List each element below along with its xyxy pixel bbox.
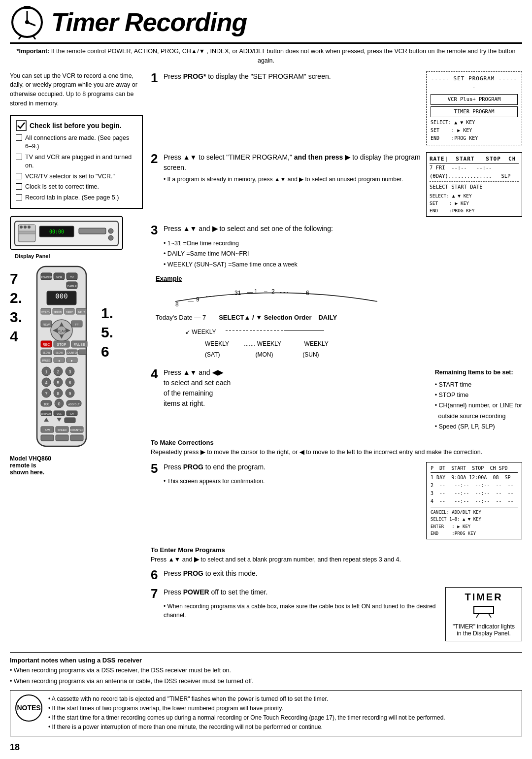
todays-date-label: Today's Date — 7 <box>156 312 206 323</box>
set-program-header: ----- SET PROGRAM ------ <box>431 74 518 93</box>
svg-text:POWER: POWER <box>41 276 52 279</box>
svg-rect-123 <box>474 606 494 614</box>
svg-text:8: 8 <box>57 391 60 396</box>
example-diagram: 8 — 9 ······· 31 — 1 – 2 ······ 6 <box>156 284 522 361</box>
remaining-item-2: • STOP time <box>435 390 522 400</box>
svg-text:TV: TV <box>70 276 74 279</box>
timer-indicator-box: TIMER "TIMER" indicator lightsin the Dis… <box>445 587 522 641</box>
example-label: Example <box>156 275 522 282</box>
step-4-number: 4 <box>151 367 161 380</box>
weekly-line-svg <box>226 326 324 335</box>
step-2-layout: 2 Press ▲▼ to select "TIMER PROGRAM," an… <box>151 152 522 217</box>
svg-text:31: 31 <box>234 290 241 297</box>
svg-text:▶: ▶ <box>71 359 73 362</box>
prog-table-header: P DT START STOP CH SPD <box>431 464 518 473</box>
svg-text:4: 4 <box>45 380 48 385</box>
set-program-screen: ----- SET PROGRAM ------ VCR Plus+ PROGR… <box>426 71 522 145</box>
step-3-options: • 1~31 =One time recording • DAILY =Same… <box>164 238 522 270</box>
display-panel-label: Display Panel <box>15 253 143 259</box>
svg-rect-18 <box>18 231 35 234</box>
svg-text:–: – <box>264 288 267 295</box>
svg-text:6: 6 <box>306 290 309 297</box>
svg-rect-58 <box>78 350 86 355</box>
svg-text:1: 1 <box>254 288 258 295</box>
svg-point-14 <box>108 235 113 240</box>
svg-text:—: — <box>247 289 253 296</box>
step-5-number: 5 <box>151 462 161 475</box>
timer-symbol-svg <box>469 604 499 619</box>
weekly-row: ↙ WEEKLY <box>185 326 522 339</box>
svg-text:REC: REC <box>43 343 50 346</box>
svg-text:2: 2 <box>271 288 275 295</box>
svg-text:VCR: VCR <box>56 276 63 279</box>
svg-text:DISPLAY: DISPLAY <box>41 412 52 415</box>
svg-point-13 <box>108 229 113 233</box>
step-4-layout: 4 Press ▲▼ and ◀▶to select and set eacho… <box>151 367 522 432</box>
svg-text:1: 1 <box>45 369 48 374</box>
step-5-sub: • This screen appears for confirmation. <box>164 477 421 486</box>
svg-text:100: 100 <box>43 402 49 406</box>
svg-text:0: 0 <box>58 401 61 406</box>
note-item-1: • A cassette with no record tab is eject… <box>48 694 445 704</box>
step-2-screen: RATE| START STOP CH 7 FRI --:-- --:-- (Ɵ… <box>426 152 522 217</box>
svg-line-124 <box>476 614 479 618</box>
corrections-title: To Make Corrections <box>151 439 522 446</box>
remaining-title: Remaining Items to be set: <box>435 367 522 378</box>
checkbox-1 <box>16 134 22 141</box>
step-3-number: 3 <box>151 224 161 236</box>
weekly-sat: ↙ WEEKLY <box>185 327 216 338</box>
step-7-layout: 7 Press POWER off to set the timer. • Wh… <box>151 587 522 641</box>
important-prefix: *Important: <box>17 48 50 55</box>
svg-text:PAUSE: PAUSE <box>73 343 85 346</box>
svg-text:ADD/DLT: ADD/DLT <box>68 403 80 406</box>
remaining-item-4: • Speed (SP, LP, SLP) <box>435 422 522 432</box>
timer-display: TIMER "TIMER" indicator lightsin the Dis… <box>445 587 522 641</box>
right-column: 1 Press PROG* to display the "SET PROGRA… <box>151 71 522 648</box>
svg-text:7: 7 <box>45 391 48 396</box>
main-content: You can set up the VCR to record a one t… <box>10 71 522 648</box>
prog-cancel-info: CANCEL: ADD/DLT KEY SELECT 1–8: ▲ ▼ KEY … <box>431 507 518 537</box>
prog-row-2: 2 -- --:-- --:-- -- -- <box>431 482 518 490</box>
set-program-option-1: VCR Plus+ PROGRAM <box>431 94 518 105</box>
step-1-content: 1 Press PROG* to display the "SET PROGRA… <box>151 71 421 86</box>
weekly-sat-label: WEEKLY(SAT) <box>205 339 229 360</box>
svg-line-5 <box>19 36 21 39</box>
remaining-item-1: • START time <box>435 380 522 390</box>
svg-text:SLOW: SLOW <box>43 351 50 354</box>
step-6-header: 6 Press PROG to exit this mode. <box>151 568 522 581</box>
important-text: If the remote control POWER, ACTION, PRO… <box>49 48 515 64</box>
notes-content: • A cassette with no record tab is eject… <box>48 694 445 732</box>
svg-rect-109 <box>70 435 83 441</box>
svg-text:INPUT: INPUT <box>78 311 85 314</box>
checkbox-2 <box>16 154 22 160</box>
svg-rect-4 <box>24 6 31 9</box>
svg-text:PLAY: PLAY <box>57 330 66 333</box>
left-column: You can set up the VCR to record a one t… <box>10 71 143 648</box>
checklist-title: Check list before you begin. <box>16 120 137 131</box>
more-programs-section: To Enter More Programs Press ▲▼ and ▶ to… <box>151 546 522 564</box>
step-3-option-3: • WEEKLY (SUN~SAT) =Same time once a wee… <box>164 260 522 270</box>
remote-illustration: POWER VCR TV CABLE 000 VCR/TV SPEED <box>27 264 96 451</box>
selection-order-row: Today's Date — 7 SELECT▲ / ▼ Selection O… <box>156 312 522 323</box>
timer-caption: "TIMER" indicator lightsin the Display P… <box>453 623 515 637</box>
svg-rect-108 <box>56 435 68 441</box>
checkbox-5 <box>16 194 22 200</box>
svg-text:CH: CH <box>70 412 74 415</box>
svg-text:FF: FF <box>75 323 79 326</box>
arc-svg: 8 — 9 ······· 31 — 1 – 2 ······ 6 <box>170 284 382 306</box>
clock-icon <box>10 5 44 39</box>
prog-confirm-screen: P DT START STOP CH SPD 1 DAY 9:00A 12:00… <box>426 462 522 540</box>
page-title: Timer Recording <box>51 9 247 35</box>
set-program-nav: SELECT: ▲ ▼ KEY SET : ▶ KEY END :PROG KE… <box>431 119 518 142</box>
corrections-section: To Make Corrections Repeatedly press ▶ t… <box>151 439 522 457</box>
svg-text:3: 3 <box>69 369 71 374</box>
step-3-text: Press ▲▼ and ▶ to select and set one of … <box>164 224 522 234</box>
step-2-text: Press ▲▼ to select "TIMER PROGRAM," and … <box>164 152 421 173</box>
step-4: 4 Press ▲▼ and ◀▶to select and set eacho… <box>151 367 522 432</box>
checklist-item: Clock is set to correct time. <box>16 183 137 192</box>
svg-text:COUNTER: COUNTER <box>66 351 78 354</box>
svg-text:SPEED: SPEED <box>54 311 62 314</box>
svg-text:2: 2 <box>57 369 60 374</box>
remaining-box: Remaining Items to be set: • START time … <box>435 367 522 432</box>
checklist-item: VCR/TV selector is set to "VCR." <box>16 172 137 181</box>
